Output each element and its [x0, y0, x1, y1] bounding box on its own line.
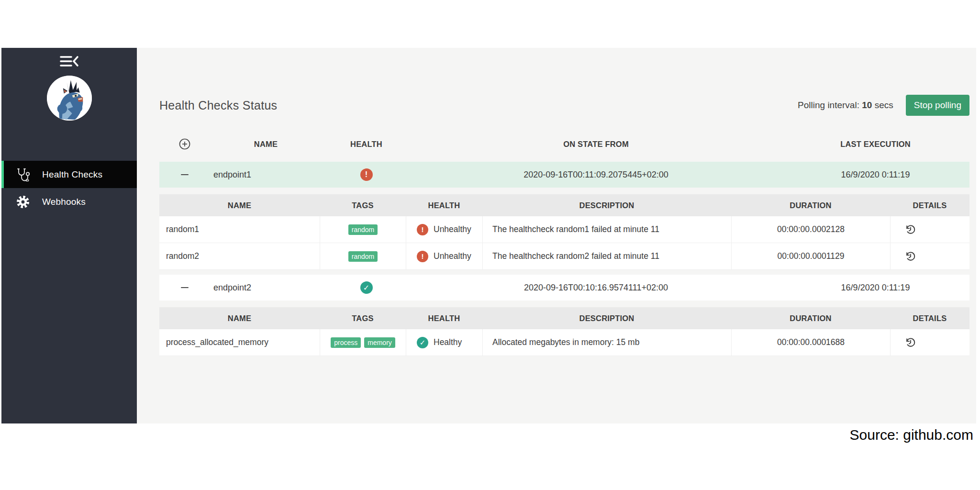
sidebar-nav: Health Checks Webhooks: [1, 161, 137, 215]
check-tags: random: [320, 216, 406, 243]
sidebar-item-health-checks[interactable]: Health Checks: [1, 161, 137, 188]
expand-all-button[interactable]: [159, 138, 210, 150]
health-label: Unhealthy: [434, 224, 471, 234]
polling-unit: secs: [875, 100, 893, 110]
endpoint-row-endpoint1: endpoint1 ! 2020-09-16T00:11:09.2075445+…: [159, 162, 969, 188]
sub-column-duration: DURATION: [731, 194, 890, 216]
endpoint-name: endpoint1: [210, 170, 322, 180]
endpoint-name: endpoint2: [210, 283, 322, 293]
table-header-row: NAME HEALTH ON STATE FROM LAST EXECUTION: [159, 136, 969, 152]
mascot-monster-icon: [47, 76, 92, 121]
sub-column-name: NAME: [159, 194, 320, 216]
check-description: The healthcheck random2 failed at minute…: [482, 243, 731, 269]
sidebar: Health Checks Webhooks: [1, 48, 137, 423]
check-duration: 00:00:00.0002128: [731, 216, 890, 243]
check-tags: process memory: [320, 329, 406, 356]
check-duration: 00:00:00.0001688: [731, 329, 890, 356]
sub-column-tags: TAGS: [320, 307, 406, 329]
column-header-on-state-from: ON STATE FROM: [411, 140, 781, 149]
check-name: random2: [159, 243, 320, 269]
history-icon: [905, 224, 916, 235]
column-header-last-execution: LAST EXECUTION: [781, 140, 969, 149]
gear-icon: [14, 195, 32, 209]
collapse-menu-icon: [60, 55, 79, 67]
check-tags: random: [320, 243, 406, 269]
check-duration: 00:00:00.0001129: [731, 243, 890, 269]
endpoint-on-state-from: 2020-09-16T00:10:16.9574111+02:00: [411, 283, 781, 293]
sub-column-details: DETAILS: [890, 307, 969, 329]
polling-value: 10: [862, 100, 872, 110]
check-description: The healthcheck random1 failed at minute…: [482, 216, 731, 243]
check-details-button[interactable]: [890, 329, 969, 356]
unhealthy-icon: !: [360, 168, 373, 181]
check-health: ! Unhealthy: [406, 243, 482, 269]
check-name: process_allocated_memory: [159, 329, 320, 356]
screenshot-canvas: Health Checks Webhooks Health: [0, 0, 980, 490]
sidebar-item-label: Webhooks: [42, 197, 86, 207]
minus-icon: [181, 287, 189, 289]
check-description: Allocated megabytes in memory: 15 mb: [482, 329, 731, 356]
sidebar-item-label: Health Checks: [42, 169, 102, 180]
check-row-random1: random1 random ! Unhealthy The healthche…: [159, 216, 969, 243]
unhealthy-icon: !: [417, 224, 428, 235]
sidebar-item-webhooks[interactable]: Webhooks: [1, 188, 137, 215]
sub-column-tags: TAGS: [320, 194, 406, 216]
check-name: random1: [159, 216, 320, 243]
endpoint-last-execution: 16/9/2020 0:11:19: [781, 283, 969, 293]
check-details-button[interactable]: [890, 243, 969, 269]
unhealthy-icon: !: [417, 251, 428, 262]
tag-badge: process: [331, 337, 361, 348]
endpoint-health-cell: ✓: [322, 281, 411, 294]
column-header-health: HEALTH: [322, 140, 411, 149]
check-health: ✓ Healthy: [406, 329, 482, 356]
collapse-endpoint1-button[interactable]: [159, 174, 210, 176]
check-row-process-allocated-memory: process_allocated_memory process memory …: [159, 329, 969, 356]
history-icon: [905, 337, 916, 348]
checks-header-row: NAME TAGS HEALTH DESCRIPTION DURATION DE…: [159, 194, 969, 216]
sub-column-health: HEALTH: [406, 307, 482, 329]
sub-column-name: NAME: [159, 307, 320, 329]
collapse-endpoint2-button[interactable]: [159, 287, 210, 289]
page-title: Health Checks Status: [159, 99, 277, 112]
healthy-icon: ✓: [360, 281, 373, 294]
avatar: [47, 76, 92, 121]
health-label: Unhealthy: [434, 251, 471, 261]
health-label: Healthy: [434, 337, 462, 347]
tag-badge: random: [348, 251, 378, 262]
endpoint-on-state-from: 2020-09-16T00:11:09.2075445+02:00: [411, 170, 781, 180]
endpoint-row-endpoint2: endpoint2 ✓ 2020-09-16T00:10:16.9574111+…: [159, 275, 969, 301]
check-details-button[interactable]: [890, 216, 969, 243]
endpoint-last-execution: 16/9/2020 0:11:19: [781, 170, 969, 180]
sub-column-duration: DURATION: [731, 307, 890, 329]
check-row-random2: random2 random ! Unhealthy The healthche…: [159, 243, 969, 270]
polling-controls: Polling interval: 10 secs Stop polling: [798, 95, 969, 116]
polling-interval-text: Polling interval: 10 secs: [798, 100, 893, 111]
main-content: Health Checks Status Polling interval: 1…: [137, 48, 976, 423]
sidebar-collapse-button[interactable]: [59, 55, 80, 68]
endpoint-health-cell: !: [322, 168, 411, 181]
polling-label: Polling interval:: [798, 100, 859, 110]
column-header-name: NAME: [210, 140, 322, 149]
minus-icon: [181, 174, 189, 176]
plus-circle-icon: [178, 138, 191, 150]
history-icon: [905, 251, 916, 262]
sub-column-description: DESCRIPTION: [482, 194, 731, 216]
stethoscope-icon: [14, 167, 32, 182]
sub-column-health: HEALTH: [406, 194, 482, 216]
sub-column-details: DETAILS: [890, 194, 969, 216]
stop-polling-button[interactable]: Stop polling: [906, 95, 969, 116]
healthy-icon: ✓: [417, 337, 428, 348]
tag-badge: memory: [364, 337, 395, 348]
checks-header-row: NAME TAGS HEALTH DESCRIPTION DURATION DE…: [159, 307, 969, 329]
health-checks-app: Health Checks Webhooks Health: [1, 48, 976, 423]
source-attribution: Source: github.com: [850, 427, 973, 443]
sub-column-description: DESCRIPTION: [482, 307, 731, 329]
topbar: Health Checks Status Polling interval: 1…: [159, 94, 969, 117]
health-checks-table: NAME HEALTH ON STATE FROM LAST EXECUTION…: [159, 136, 969, 356]
tag-badge: random: [348, 224, 378, 235]
check-health: ! Unhealthy: [406, 216, 482, 243]
